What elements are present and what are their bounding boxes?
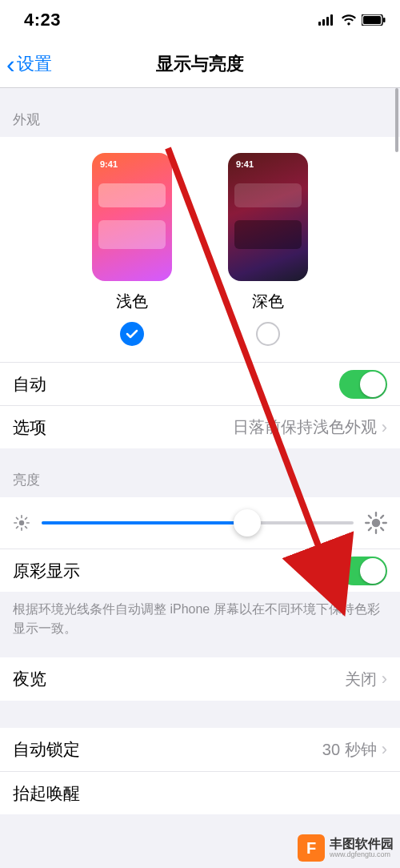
row-night-shift[interactable]: 夜览 关闭 ›: [0, 657, 400, 701]
svg-rect-3: [330, 14, 333, 26]
svg-rect-0: [318, 22, 321, 26]
watermark-badge: F: [298, 834, 325, 862]
auto-toggle[interactable]: [339, 370, 387, 399]
svg-rect-6: [383, 18, 386, 22]
options-label: 选项: [13, 416, 46, 439]
brightness-slider-row: [0, 497, 400, 549]
section-header-brightness: 亮度: [0, 448, 400, 497]
slider-thumb[interactable]: [234, 509, 261, 536]
options-value: 日落前保持浅色外观 ›: [233, 416, 387, 438]
signal-icon: [318, 14, 336, 26]
svg-rect-5: [363, 16, 381, 24]
light-preview: 9:41: [92, 153, 172, 281]
svg-line-24: [381, 516, 383, 518]
svg-rect-2: [326, 17, 329, 26]
section-header-appearance: 外观: [0, 88, 400, 137]
appearance-group: 9:41 浅色 9:41 深色 自动 选项: [0, 137, 400, 448]
preview-clock: 9:41: [236, 159, 254, 169]
auto-label: 自动: [13, 373, 46, 396]
dark-preview: 9:41: [228, 153, 308, 281]
svg-line-21: [369, 516, 371, 518]
svg-point-7: [19, 520, 24, 525]
svg-line-15: [26, 517, 27, 519]
wifi-icon: [341, 14, 357, 26]
slider-fill: [42, 521, 247, 524]
nav-bar: ‹ 设置 显示与亮度: [0, 40, 400, 88]
brightness-slider[interactable]: [42, 521, 354, 524]
appearance-option-dark[interactable]: 9:41 深色: [228, 153, 308, 346]
options-value-text: 日落前保持浅色外观: [233, 416, 377, 438]
svg-point-16: [372, 519, 381, 528]
watermark-url: www.dgfengtu.com: [330, 851, 394, 859]
auto-lock-value: 30 秒钟 ›: [322, 739, 387, 761]
check-icon: [126, 328, 138, 340]
row-auto: 自动: [0, 362, 400, 405]
status-time: 4:23: [24, 10, 61, 30]
dark-radio[interactable]: [256, 322, 280, 346]
content-scroll[interactable]: 外观 9:41 浅色 9:41 深色: [0, 88, 400, 868]
battery-icon: [362, 14, 386, 26]
back-label: 设置: [17, 52, 52, 76]
brightness-group: 原彩显示: [0, 497, 400, 592]
scrollbar-thumb[interactable]: [395, 88, 398, 152]
svg-line-13: [26, 527, 27, 528]
page-title: 显示与亮度: [0, 52, 400, 76]
chevron-left-icon: ‹: [6, 51, 15, 77]
light-label: 浅色: [116, 291, 148, 312]
appearance-option-light[interactable]: 9:41 浅色: [92, 153, 172, 346]
chevron-right-icon: ›: [382, 417, 387, 438]
status-bar: 4:23: [0, 0, 400, 40]
night-shift-value: 关闭 ›: [345, 669, 387, 690]
svg-line-22: [381, 528, 383, 530]
night-shift-group: 夜览 关闭 ›: [0, 657, 400, 701]
true-tone-footer: 根据环境光线条件自动调整 iPhone 屏幕以在不同环境下保持色彩显示一致。: [0, 592, 400, 657]
lock-group: 自动锁定 30 秒钟 › 抬起唤醒: [0, 728, 400, 814]
row-auto-lock[interactable]: 自动锁定 30 秒钟 ›: [0, 728, 400, 771]
row-true-tone: 原彩显示: [0, 549, 400, 592]
auto-lock-label: 自动锁定: [13, 738, 80, 761]
watermark: F 丰图软件园 www.dgfengtu.com: [298, 834, 394, 862]
row-raise-to-wake: 抬起唤醒: [0, 771, 400, 814]
night-shift-value-text: 关闭: [345, 669, 377, 690]
chevron-right-icon: ›: [382, 669, 387, 689]
auto-lock-value-text: 30 秒钟: [322, 739, 377, 761]
dark-label: 深色: [252, 291, 284, 312]
preview-clock: 9:41: [100, 159, 118, 169]
sun-small-icon: [13, 514, 30, 532]
sun-large-icon: [365, 512, 387, 534]
light-radio[interactable]: [120, 322, 144, 346]
status-icons: [318, 14, 386, 26]
svg-line-12: [16, 517, 18, 519]
row-options[interactable]: 选项 日落前保持浅色外观 ›: [0, 405, 400, 448]
svg-line-14: [16, 527, 18, 528]
back-button[interactable]: ‹ 设置: [0, 51, 52, 77]
appearance-picker: 9:41 浅色 9:41 深色: [0, 137, 400, 362]
chevron-right-icon: ›: [382, 739, 387, 760]
true-tone-toggle[interactable]: [339, 557, 387, 585]
raise-to-wake-label: 抬起唤醒: [13, 782, 80, 805]
svg-rect-1: [322, 19, 325, 26]
svg-line-23: [369, 528, 371, 530]
true-tone-label: 原彩显示: [13, 560, 80, 582]
watermark-name: 丰图软件园: [330, 837, 394, 851]
night-shift-label: 夜览: [13, 668, 46, 690]
